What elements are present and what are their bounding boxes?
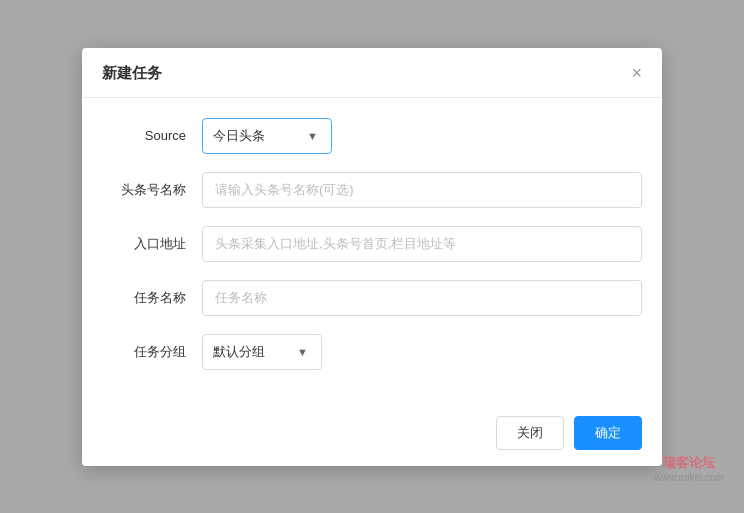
source-control: 今日头条 微信公众号 微博 百度新闻 ▼ xyxy=(202,118,642,154)
dialog-title: 新建任务 xyxy=(102,64,162,83)
close-button[interactable]: × xyxy=(631,64,642,82)
watermark-line2: www.ruikei.com xyxy=(655,472,724,483)
source-row: Source 今日头条 微信公众号 微博 百度新闻 ▼ xyxy=(102,118,642,154)
watermark: 瑞客论坛 www.ruikei.com xyxy=(655,454,724,483)
entry-label: 入口地址 xyxy=(102,235,202,253)
task-name-label: 任务名称 xyxy=(102,289,202,307)
task-group-select[interactable]: 默认分组 分组一 分组二 xyxy=(213,344,311,359)
task-name-input[interactable] xyxy=(202,280,642,316)
headline-control xyxy=(202,172,642,208)
task-group-control: 默认分组 分组一 分组二 ▼ xyxy=(202,334,642,370)
source-label: Source xyxy=(102,128,202,143)
source-select-wrapper[interactable]: 今日头条 微信公众号 微博 百度新闻 ▼ xyxy=(202,118,332,154)
task-group-row: 任务分组 默认分组 分组一 分组二 ▼ xyxy=(102,334,642,370)
entry-input[interactable] xyxy=(202,226,642,262)
dialog: 新建任务 × Source 今日头条 微信公众号 微博 百度新闻 ▼ xyxy=(82,48,662,466)
headline-input[interactable] xyxy=(202,172,642,208)
task-group-label: 任务分组 xyxy=(102,343,202,361)
dialog-header: 新建任务 × xyxy=(82,48,662,98)
confirm-button[interactable]: 确定 xyxy=(574,416,642,450)
cancel-button[interactable]: 关闭 xyxy=(496,416,564,450)
task-group-select-wrapper[interactable]: 默认分组 分组一 分组二 ▼ xyxy=(202,334,322,370)
watermark-line1: 瑞客论坛 xyxy=(655,454,724,472)
task-name-control xyxy=(202,280,642,316)
headline-label: 头条号名称 xyxy=(102,181,202,199)
headline-row: 头条号名称 xyxy=(102,172,642,208)
dialog-footer: 关闭 确定 xyxy=(82,404,662,466)
source-select[interactable]: 今日头条 微信公众号 微博 百度新闻 xyxy=(213,128,321,143)
dialog-body: Source 今日头条 微信公众号 微博 百度新闻 ▼ 头条号名称 xyxy=(82,98,662,404)
task-name-row: 任务名称 xyxy=(102,280,642,316)
entry-control xyxy=(202,226,642,262)
entry-row: 入口地址 xyxy=(102,226,642,262)
dialog-overlay: 新建任务 × Source 今日头条 微信公众号 微博 百度新闻 ▼ xyxy=(0,0,744,513)
